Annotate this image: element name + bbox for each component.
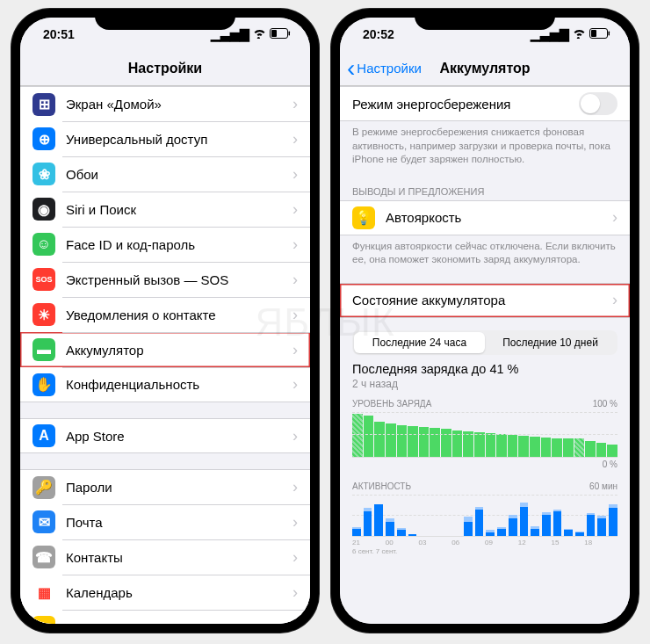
lightbulb-icon: 💡 (352, 206, 375, 229)
toggle-off[interactable] (579, 92, 618, 115)
chevron-right-icon: › (292, 271, 298, 289)
x-axis-dates: 6 сент. 7 сент. (352, 546, 618, 555)
app-icon: SOS (32, 268, 55, 291)
bar (553, 511, 562, 535)
settings-row[interactable]: ☺Face ID и код-пароль› (20, 227, 310, 262)
bar (518, 436, 529, 457)
settings-row[interactable]: ❀Обои› (20, 156, 310, 192)
settings-row[interactable]: ⊕Универсальный доступ› (20, 121, 310, 156)
cell-label: Почта (66, 515, 292, 530)
svg-rect-4 (591, 30, 596, 37)
bar (486, 433, 496, 457)
group-header: ВЫВОДЫ И ПРЕДЛОЖЕНИЯ (340, 183, 630, 200)
settings-row[interactable]: ▬Аккумулятор› (20, 332, 310, 367)
settings-row[interactable]: 🔑Пароли› (20, 469, 310, 504)
bar (486, 532, 495, 536)
cell-label: Экстренный вызов — SOS (66, 272, 292, 287)
nav-header: Настройки (20, 51, 310, 86)
phone-right: 20:52 ▁▃▅▇ Настройки Аккумулятор Режим э… (331, 9, 639, 633)
bar (475, 510, 484, 536)
settings-row[interactable]: ⊞Экран «Домой»› (20, 86, 310, 121)
bar (596, 443, 607, 456)
app-icon: ✋ (32, 373, 55, 396)
screen-left: 20:51 ▁▃▅▇ Настройки ⊞Экран «Домой»›⊕Уни… (20, 18, 310, 624)
bar (419, 427, 430, 456)
cell-label: Конфиденциальность (66, 377, 292, 392)
bar (408, 534, 417, 536)
app-icon: ⊕ (32, 127, 55, 150)
nav-header: Настройки Аккумулятор (340, 51, 630, 86)
segment-24h[interactable]: Последние 24 часа (354, 332, 485, 353)
bar (374, 422, 385, 457)
bar (575, 532, 584, 536)
battery-content[interactable]: Режим энергосбережения В режиме энергосб… (340, 86, 630, 624)
chevron-right-icon: › (292, 95, 298, 113)
battery-icon (589, 27, 610, 41)
chevron-right-icon: › (292, 200, 298, 219)
time-range-segmented[interactable]: Последние 24 часа Последние 10 дней (352, 330, 618, 355)
screen-right: 20:52 ▁▃▅▇ Настройки Аккумулятор Режим э… (340, 18, 630, 624)
app-icon: ✎ (32, 616, 55, 624)
x-axis: 2100030609121518 (352, 539, 618, 546)
bar (464, 522, 473, 536)
settings-row[interactable]: ☎Контакты› (20, 539, 310, 575)
segment-10d[interactable]: Последние 10 дней (485, 332, 616, 353)
cell-label: Аккумулятор (66, 343, 292, 358)
bar (397, 425, 408, 457)
cell-label: Календарь (66, 585, 292, 600)
bar (531, 529, 539, 536)
bar (574, 438, 585, 457)
settings-row[interactable]: SOSЭкстренный вызов — SOS› (20, 262, 310, 297)
cell-label: Siri и Поиск (66, 202, 292, 217)
page-title: Аккумулятор (439, 61, 530, 76)
chevron-right-icon: › (612, 291, 618, 309)
auto-brightness-row[interactable]: 💡 Автояркость › (340, 200, 630, 235)
app-icon: ▦ (32, 581, 55, 604)
bar (607, 445, 618, 456)
app-icon: ✉ (32, 510, 55, 533)
settings-row[interactable]: AApp Store› (20, 418, 310, 453)
svg-rect-2 (289, 32, 291, 36)
wifi-icon (253, 27, 266, 41)
settings-list[interactable]: ⊞Экран «Домой»›⊕Универсальный доступ›❀Об… (20, 86, 310, 624)
cell-label: Экран «Домой» (66, 97, 292, 112)
settings-row[interactable]: ✎Заметки› (20, 610, 310, 624)
chevron-right-icon: › (292, 513, 298, 532)
app-icon: ⊞ (32, 93, 55, 116)
activity-chart: АКТИВНОСТЬ 60 мин 2100030609121518 6 сен… (340, 473, 630, 555)
chevron-right-icon: › (292, 235, 298, 254)
chevron-right-icon: › (292, 165, 298, 184)
chevron-right-icon: › (292, 583, 298, 602)
bar (364, 416, 374, 457)
settings-row[interactable]: ▦Календарь› (20, 575, 310, 610)
bar (509, 518, 517, 536)
chevron-right-icon: › (612, 208, 618, 227)
bar (587, 515, 596, 536)
app-icon: 🔑 (32, 476, 55, 499)
bar (352, 529, 361, 536)
bar (542, 515, 551, 536)
bar (541, 438, 552, 456)
bar (430, 428, 440, 456)
cell-label: App Store (66, 429, 292, 444)
settings-row[interactable]: ✉Почта› (20, 504, 310, 539)
chart-label: АКТИВНОСТЬ (352, 481, 411, 491)
chevron-right-icon: › (292, 619, 298, 625)
app-icon: ▬ (32, 338, 55, 361)
settings-row[interactable]: ✋Конфиденциальность› (20, 367, 310, 402)
chevron-right-icon: › (292, 375, 298, 394)
settings-row[interactable]: ◉Siri и Поиск› (20, 192, 310, 227)
battery-health-row[interactable]: Состояние аккумулятора › (340, 283, 630, 318)
y-axis-100: 100 % (593, 399, 618, 409)
chart-label: УРОВЕНЬ ЗАРЯДА (352, 399, 431, 409)
back-button[interactable]: Настройки (347, 61, 422, 76)
bar (408, 426, 418, 456)
cell-label: Заметки (66, 620, 292, 625)
svg-rect-1 (271, 30, 277, 37)
bar (386, 423, 396, 457)
settings-row[interactable]: ☀Уведомления о контакте› (20, 297, 310, 332)
cell-label: Обои (66, 167, 292, 182)
group-footer: Функция автояркости сейчас отключена. Ес… (340, 235, 630, 267)
low-power-mode-row[interactable]: Режим энергосбережения (340, 86, 630, 121)
status-time: 20:51 (43, 27, 75, 41)
